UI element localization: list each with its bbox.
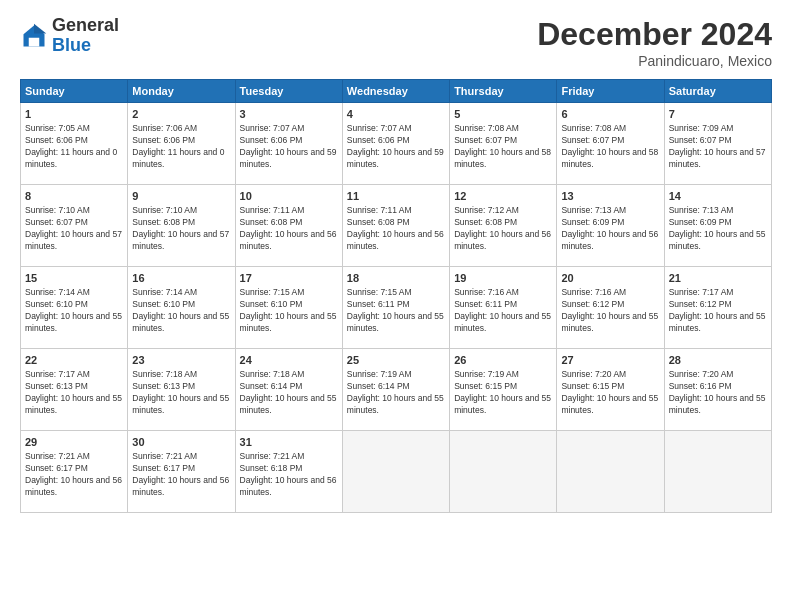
calendar-cell — [450, 431, 557, 513]
day-number: 21 — [669, 271, 767, 286]
calendar-cell: 9Sunrise: 7:10 AMSunset: 6:08 PMDaylight… — [128, 185, 235, 267]
calendar-week-1: 1Sunrise: 7:05 AMSunset: 6:06 PMDaylight… — [21, 103, 772, 185]
day-number: 22 — [25, 353, 123, 368]
day-content: Sunrise: 7:10 AMSunset: 6:07 PMDaylight:… — [25, 205, 123, 253]
day-header-saturday: Saturday — [664, 80, 771, 103]
day-content: Sunrise: 7:11 AMSunset: 6:08 PMDaylight:… — [240, 205, 338, 253]
day-content: Sunrise: 7:11 AMSunset: 6:08 PMDaylight:… — [347, 205, 445, 253]
day-number: 16 — [132, 271, 230, 286]
day-number: 20 — [561, 271, 659, 286]
logo: General Blue — [20, 16, 119, 56]
calendar-cell: 6Sunrise: 7:08 AMSunset: 6:07 PMDaylight… — [557, 103, 664, 185]
day-number: 11 — [347, 189, 445, 204]
calendar-cell: 26Sunrise: 7:19 AMSunset: 6:15 PMDayligh… — [450, 349, 557, 431]
calendar-cell: 3Sunrise: 7:07 AMSunset: 6:06 PMDaylight… — [235, 103, 342, 185]
title-block: December 2024 Panindicuaro, Mexico — [537, 16, 772, 69]
day-content: Sunrise: 7:15 AMSunset: 6:10 PMDaylight:… — [240, 287, 338, 335]
day-number: 3 — [240, 107, 338, 122]
day-number: 6 — [561, 107, 659, 122]
day-number: 13 — [561, 189, 659, 204]
calendar-cell: 15Sunrise: 7:14 AMSunset: 6:10 PMDayligh… — [21, 267, 128, 349]
day-number: 12 — [454, 189, 552, 204]
calendar-cell: 14Sunrise: 7:13 AMSunset: 6:09 PMDayligh… — [664, 185, 771, 267]
day-content: Sunrise: 7:17 AMSunset: 6:12 PMDaylight:… — [669, 287, 767, 335]
day-number: 26 — [454, 353, 552, 368]
calendar-cell: 19Sunrise: 7:16 AMSunset: 6:11 PMDayligh… — [450, 267, 557, 349]
day-content: Sunrise: 7:16 AMSunset: 6:12 PMDaylight:… — [561, 287, 659, 335]
day-content: Sunrise: 7:13 AMSunset: 6:09 PMDaylight:… — [561, 205, 659, 253]
calendar-cell: 22Sunrise: 7:17 AMSunset: 6:13 PMDayligh… — [21, 349, 128, 431]
day-content: Sunrise: 7:12 AMSunset: 6:08 PMDaylight:… — [454, 205, 552, 253]
svg-rect-2 — [29, 38, 40, 47]
calendar-header-row: SundayMondayTuesdayWednesdayThursdayFrid… — [21, 80, 772, 103]
day-content: Sunrise: 7:19 AMSunset: 6:14 PMDaylight:… — [347, 369, 445, 417]
calendar-week-3: 15Sunrise: 7:14 AMSunset: 6:10 PMDayligh… — [21, 267, 772, 349]
day-content: Sunrise: 7:20 AMSunset: 6:16 PMDaylight:… — [669, 369, 767, 417]
day-number: 2 — [132, 107, 230, 122]
day-number: 27 — [561, 353, 659, 368]
day-content: Sunrise: 7:13 AMSunset: 6:09 PMDaylight:… — [669, 205, 767, 253]
day-number: 24 — [240, 353, 338, 368]
day-content: Sunrise: 7:05 AMSunset: 6:06 PMDaylight:… — [25, 123, 123, 171]
calendar-cell — [342, 431, 449, 513]
day-number: 28 — [669, 353, 767, 368]
calendar-cell: 20Sunrise: 7:16 AMSunset: 6:12 PMDayligh… — [557, 267, 664, 349]
day-number: 29 — [25, 435, 123, 450]
calendar-title: December 2024 — [537, 16, 772, 53]
day-content: Sunrise: 7:10 AMSunset: 6:08 PMDaylight:… — [132, 205, 230, 253]
day-content: Sunrise: 7:19 AMSunset: 6:15 PMDaylight:… — [454, 369, 552, 417]
calendar-cell: 5Sunrise: 7:08 AMSunset: 6:07 PMDaylight… — [450, 103, 557, 185]
calendar-week-2: 8Sunrise: 7:10 AMSunset: 6:07 PMDaylight… — [21, 185, 772, 267]
day-content: Sunrise: 7:18 AMSunset: 6:14 PMDaylight:… — [240, 369, 338, 417]
calendar-cell: 25Sunrise: 7:19 AMSunset: 6:14 PMDayligh… — [342, 349, 449, 431]
calendar-cell: 23Sunrise: 7:18 AMSunset: 6:13 PMDayligh… — [128, 349, 235, 431]
calendar-cell: 12Sunrise: 7:12 AMSunset: 6:08 PMDayligh… — [450, 185, 557, 267]
logo-icon — [20, 22, 48, 50]
day-content: Sunrise: 7:08 AMSunset: 6:07 PMDaylight:… — [561, 123, 659, 171]
day-header-wednesday: Wednesday — [342, 80, 449, 103]
day-content: Sunrise: 7:16 AMSunset: 6:11 PMDaylight:… — [454, 287, 552, 335]
day-content: Sunrise: 7:20 AMSunset: 6:15 PMDaylight:… — [561, 369, 659, 417]
day-content: Sunrise: 7:08 AMSunset: 6:07 PMDaylight:… — [454, 123, 552, 171]
logo-text: General Blue — [52, 16, 119, 56]
day-number: 19 — [454, 271, 552, 286]
day-number: 5 — [454, 107, 552, 122]
day-number: 15 — [25, 271, 123, 286]
day-content: Sunrise: 7:18 AMSunset: 6:13 PMDaylight:… — [132, 369, 230, 417]
day-number: 1 — [25, 107, 123, 122]
day-header-thursday: Thursday — [450, 80, 557, 103]
calendar-cell: 29Sunrise: 7:21 AMSunset: 6:17 PMDayligh… — [21, 431, 128, 513]
page: General Blue December 2024 Panindicuaro,… — [0, 0, 792, 612]
header: General Blue December 2024 Panindicuaro,… — [20, 16, 772, 69]
day-content: Sunrise: 7:15 AMSunset: 6:11 PMDaylight:… — [347, 287, 445, 335]
day-header-monday: Monday — [128, 80, 235, 103]
calendar-subtitle: Panindicuaro, Mexico — [537, 53, 772, 69]
calendar-cell: 11Sunrise: 7:11 AMSunset: 6:08 PMDayligh… — [342, 185, 449, 267]
day-content: Sunrise: 7:06 AMSunset: 6:06 PMDaylight:… — [132, 123, 230, 171]
day-number: 4 — [347, 107, 445, 122]
day-content: Sunrise: 7:14 AMSunset: 6:10 PMDaylight:… — [132, 287, 230, 335]
day-content: Sunrise: 7:14 AMSunset: 6:10 PMDaylight:… — [25, 287, 123, 335]
day-number: 17 — [240, 271, 338, 286]
day-number: 9 — [132, 189, 230, 204]
calendar-cell: 21Sunrise: 7:17 AMSunset: 6:12 PMDayligh… — [664, 267, 771, 349]
day-content: Sunrise: 7:21 AMSunset: 6:17 PMDaylight:… — [132, 451, 230, 499]
logo-general: General — [52, 15, 119, 35]
day-content: Sunrise: 7:21 AMSunset: 6:18 PMDaylight:… — [240, 451, 338, 499]
day-number: 14 — [669, 189, 767, 204]
calendar-cell: 2Sunrise: 7:06 AMSunset: 6:06 PMDaylight… — [128, 103, 235, 185]
calendar-cell: 27Sunrise: 7:20 AMSunset: 6:15 PMDayligh… — [557, 349, 664, 431]
day-header-sunday: Sunday — [21, 80, 128, 103]
calendar-cell: 13Sunrise: 7:13 AMSunset: 6:09 PMDayligh… — [557, 185, 664, 267]
calendar-cell: 17Sunrise: 7:15 AMSunset: 6:10 PMDayligh… — [235, 267, 342, 349]
day-content: Sunrise: 7:21 AMSunset: 6:17 PMDaylight:… — [25, 451, 123, 499]
calendar-cell: 1Sunrise: 7:05 AMSunset: 6:06 PMDaylight… — [21, 103, 128, 185]
day-number: 7 — [669, 107, 767, 122]
day-number: 30 — [132, 435, 230, 450]
calendar-cell: 10Sunrise: 7:11 AMSunset: 6:08 PMDayligh… — [235, 185, 342, 267]
day-number: 18 — [347, 271, 445, 286]
calendar-cell: 8Sunrise: 7:10 AMSunset: 6:07 PMDaylight… — [21, 185, 128, 267]
calendar-cell: 28Sunrise: 7:20 AMSunset: 6:16 PMDayligh… — [664, 349, 771, 431]
calendar-table: SundayMondayTuesdayWednesdayThursdayFrid… — [20, 79, 772, 513]
day-header-friday: Friday — [557, 80, 664, 103]
